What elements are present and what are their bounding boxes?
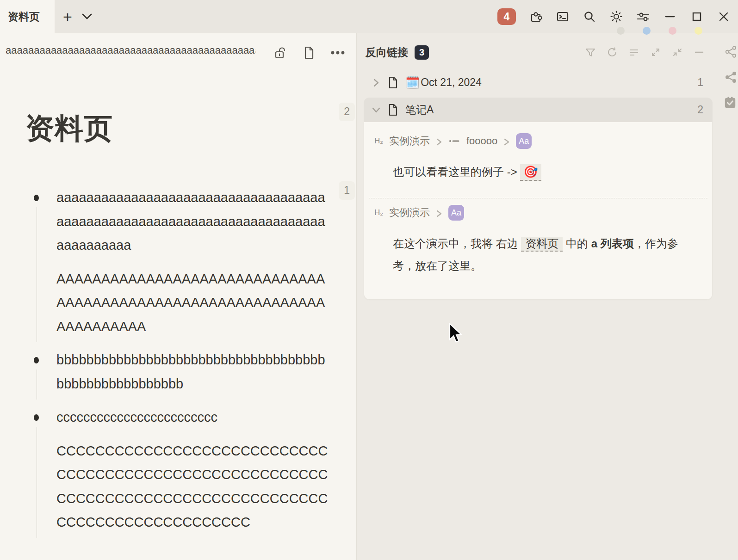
match-text-segment: 也可以看看这里的例子 -> xyxy=(393,166,520,178)
list-item-text: bbbbbbbbbbbbbbbbbbbbbbbbbbbbbbbbbbbbbbbb… xyxy=(56,348,332,396)
plugins-puzzle-icon[interactable] xyxy=(529,10,543,24)
match-breadcrumb: H₂ 实例演示 fooooo Aa xyxy=(364,128,712,151)
filter-icon[interactable] xyxy=(585,47,595,57)
mouse-cursor xyxy=(447,323,465,345)
backlink-count-badge[interactable]: 2 xyxy=(339,103,355,121)
note-link-chip[interactable]: 资料页 xyxy=(521,237,563,252)
backlink-group-oct-21-2024[interactable]: 🗓️ Oct 21, 2024 1 xyxy=(364,70,713,95)
chevron-right-icon xyxy=(436,138,442,144)
list-item: bbbbbbbbbbbbbbbbbbbbbbbbbbbbbbbbbbbbbbbb… xyxy=(0,348,356,396)
match-text-bold-segment: a 列表项 xyxy=(591,237,634,250)
group-title: 笔记A xyxy=(405,103,434,117)
tab-active[interactable]: 资料页 xyxy=(0,0,55,33)
list-item-text: aaaaaaaaaaaaaaaaaaaaaaaaaaaaaaaaaaaaaaaa… xyxy=(56,186,332,258)
backlink-count-badge[interactable]: 1 xyxy=(339,181,355,200)
page-title: 资料页 xyxy=(25,109,356,148)
plus-icon: + xyxy=(63,7,72,26)
window-minimize-button[interactable] xyxy=(663,10,677,24)
list-child-paragraph: CCCCCCCCCCCCCCCCCCCCCCCCCCCCCCCCCCCCCCCC… xyxy=(56,439,332,535)
window-maximize-button[interactable] xyxy=(690,10,704,24)
list-thread-line xyxy=(37,427,37,538)
list-item: 1 aaaaaaaaaaaaaaaaaaaaaaaaaaaaaaaaaaaaaa… xyxy=(0,186,356,338)
document-body: 1 aaaaaaaaaaaaaaaaaaaaaaaaaaaaaaaaaaaaaa… xyxy=(0,186,356,535)
group-count: 1 xyxy=(697,76,703,89)
group-title: Oct 21, 2024 xyxy=(421,76,482,89)
panel-minimize-icon[interactable] xyxy=(694,47,704,57)
match-text-segment: 中的 xyxy=(563,237,591,250)
expand-all-icon[interactable] xyxy=(651,47,661,57)
file-icon xyxy=(387,77,399,89)
search-icon[interactable] xyxy=(583,10,596,24)
list-item-text: cccccccccccccccccccccccc xyxy=(56,406,332,430)
status-dot-yellow xyxy=(695,27,702,35)
breadcrumb-heading[interactable]: 实例演示 xyxy=(389,206,430,220)
breadcrumb-heading[interactable]: 实例演示 xyxy=(389,134,430,148)
settings-sliders-icon[interactable] xyxy=(636,10,650,24)
text-block-aa-badge: Aa xyxy=(448,205,464,221)
tab-list-dropdown-button[interactable] xyxy=(78,7,96,26)
list-child-paragraph: AAAAAAAAAAAAAAAAAAAAAAAAAAAAAAAAAAAAAAAA… xyxy=(56,267,332,339)
chevron-right-icon xyxy=(436,209,442,216)
backlinks-title: 反向链接 xyxy=(366,45,408,60)
update-count-badge[interactable]: 4 xyxy=(497,8,516,25)
more-options-icon[interactable] xyxy=(330,45,346,61)
match-text-segment: 在这个演示中，我将 右边 xyxy=(393,237,521,250)
group-count: 2 xyxy=(697,104,703,116)
target-emoji-link[interactable]: 🎯 xyxy=(520,164,541,181)
calendar-emoji: 🗓️ xyxy=(405,76,420,89)
list-item: cccccccccccccccccccccccc CCCCCCCCCCCCCCC… xyxy=(0,406,356,535)
tasks-clipboard-check-icon[interactable] xyxy=(724,96,737,109)
bullet-dot-icon xyxy=(34,195,39,201)
window-close-button[interactable] xyxy=(717,10,731,24)
chevron-down-icon xyxy=(370,104,382,116)
list-thread-line xyxy=(37,369,37,400)
new-tab-button[interactable]: + xyxy=(58,7,77,26)
unlock-icon[interactable] xyxy=(272,45,288,61)
backlinks-toolbar xyxy=(585,47,704,57)
backlink-group-note-a[interactable]: 笔记A 2 xyxy=(364,98,713,122)
tab-title: 资料页 xyxy=(8,10,40,24)
bullet-dot-icon xyxy=(34,414,39,421)
match-breadcrumb: H₂ 实例演示 Aa xyxy=(364,199,712,222)
backlinks-total-badge: 3 xyxy=(415,45,429,60)
list-item-icon xyxy=(448,139,460,143)
title-bar: 资料页 + 4 xyxy=(0,0,738,33)
match-content: 在这个演示中，我将 右边 资料页 中的 a 列表项，作为参考，放在了这里。 xyxy=(364,222,712,285)
chevron-right-icon xyxy=(503,138,510,144)
match-separator xyxy=(369,198,707,198)
sort-icon[interactable] xyxy=(629,47,639,57)
text-block-aa-badge: Aa xyxy=(516,133,532,149)
status-dot-gray xyxy=(617,27,625,35)
breadcrumb-list-item[interactable]: fooooo xyxy=(466,135,497,147)
list-thread-line xyxy=(37,207,37,342)
status-dot-blue xyxy=(643,27,651,35)
update-count: 4 xyxy=(504,11,510,23)
graph-share-outline-icon[interactable] xyxy=(725,45,738,58)
chevron-right-icon xyxy=(370,77,382,89)
reading-view-file-icon[interactable] xyxy=(301,45,317,61)
refresh-icon[interactable] xyxy=(607,47,617,57)
backlinks-header: 反向链接 3 xyxy=(366,42,704,63)
share-filled-icon[interactable] xyxy=(725,71,738,84)
heading-level-label: H₂ xyxy=(374,136,383,146)
theme-sun-icon[interactable] xyxy=(609,10,623,24)
heading-level-label: H₂ xyxy=(374,208,383,217)
pane-header: aaaaaaaaaaaaaaaaaaaaaaaaaaaaaaaaaaaaaaaa… xyxy=(0,33,356,69)
chevron-down-icon xyxy=(81,13,93,20)
match-content: 也可以看看这里的例子 -> 🎯 xyxy=(364,151,712,191)
editor-pane: aaaaaaaaaaaaaaaaaaaaaaaaaaaaaaaaaaaaaaaa… xyxy=(0,33,357,560)
document-title-row: 资料页 2 xyxy=(25,109,356,148)
bullet-dot-icon xyxy=(34,357,39,363)
status-dot-pink xyxy=(669,27,676,35)
file-icon xyxy=(387,104,399,116)
backlinks-panel: 反向链接 3 xyxy=(357,33,738,560)
backlink-matches-card: H₂ 实例演示 fooooo Aa 也可以看看这里的例子 -> 🎯 xyxy=(364,122,713,300)
terminal-icon[interactable] xyxy=(556,10,570,24)
backlinks-list: 🗓️ Oct 21, 2024 1 笔记A 2 H₂ 实例演示 xyxy=(364,70,713,300)
pane-filename: aaaaaaaaaaaaaaaaaaaaaaaaaaaaaaaaaaaaaaaa… xyxy=(6,44,255,59)
collapse-all-icon[interactable] xyxy=(672,47,682,57)
